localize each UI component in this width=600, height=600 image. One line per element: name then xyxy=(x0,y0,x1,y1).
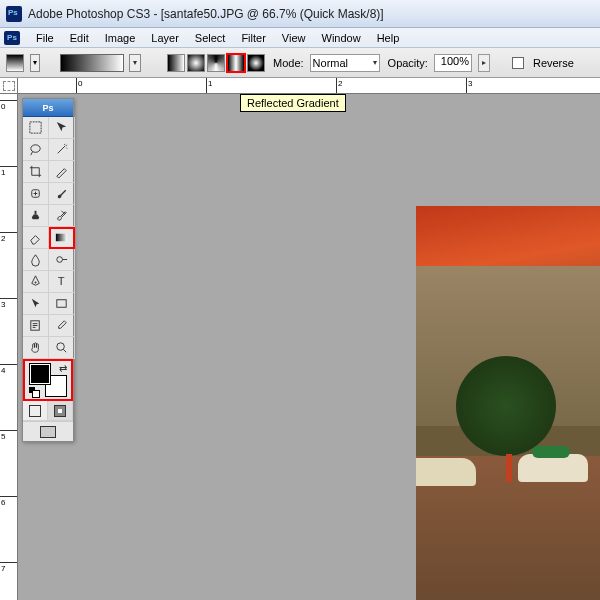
zoom-tool[interactable] xyxy=(49,337,75,359)
toolbox-header[interactable]: Ps xyxy=(23,99,73,117)
crop-tool[interactable] xyxy=(23,161,49,183)
gradient-picker-dropdown[interactable] xyxy=(129,54,141,72)
pen-tool[interactable] xyxy=(23,271,49,293)
path-selection-tool[interactable] xyxy=(23,293,49,315)
svg-rect-0 xyxy=(30,122,41,133)
title-bar: Adobe Photoshop CS3 - [santafe50.JPG @ 6… xyxy=(0,0,600,28)
gradient-preview[interactable] xyxy=(60,54,124,72)
eraser-tool[interactable] xyxy=(23,227,49,249)
foreground-color-swatch[interactable] xyxy=(29,363,51,385)
hand-tool[interactable] xyxy=(23,337,49,359)
screen-mode-button[interactable] xyxy=(23,421,73,441)
svg-point-1 xyxy=(31,145,40,153)
tool-preset-picker[interactable] xyxy=(6,54,24,72)
opacity-input[interactable]: 100% xyxy=(434,54,472,72)
notes-tool[interactable] xyxy=(23,315,49,337)
blur-tool[interactable] xyxy=(23,249,49,271)
blend-mode-select[interactable]: Normal xyxy=(310,54,380,72)
quick-mask-mode-button[interactable] xyxy=(48,401,73,421)
svg-rect-4 xyxy=(56,234,67,242)
toolbox-panel: Ps T ⇄ xyxy=(22,98,74,442)
svg-rect-8 xyxy=(57,300,66,308)
menu-help[interactable]: Help xyxy=(369,32,408,44)
ruler-origin[interactable] xyxy=(0,78,18,94)
menu-file[interactable]: File xyxy=(28,32,62,44)
history-brush-tool[interactable] xyxy=(49,205,75,227)
brush-tool[interactable] xyxy=(49,183,75,205)
horizontal-ruler[interactable]: 0 1 2 3 xyxy=(18,78,600,94)
app-icon xyxy=(6,6,22,22)
svg-point-10 xyxy=(57,343,65,351)
menu-filter[interactable]: Filter xyxy=(233,32,273,44)
menu-layer[interactable]: Layer xyxy=(143,32,187,44)
tool-preset-dropdown[interactable]: ▾ xyxy=(30,54,40,72)
shape-tool[interactable] xyxy=(49,293,75,315)
magic-wand-tool[interactable] xyxy=(49,139,75,161)
linear-gradient-button[interactable] xyxy=(167,54,185,72)
reverse-label: Reverse xyxy=(533,57,574,69)
menu-window[interactable]: Window xyxy=(314,32,369,44)
radial-gradient-button[interactable] xyxy=(187,54,205,72)
ps-logo-icon: Ps xyxy=(4,31,20,45)
menu-select[interactable]: Select xyxy=(187,32,234,44)
svg-point-6 xyxy=(35,282,37,284)
dodge-tool[interactable] xyxy=(49,249,75,271)
clone-stamp-tool[interactable] xyxy=(23,205,49,227)
eyedropper-tool[interactable] xyxy=(49,315,75,337)
options-bar: ▾ Mode: Normal Opacity: 100% Reverse xyxy=(0,48,600,78)
type-tool[interactable]: T xyxy=(49,271,75,293)
gradient-tool[interactable] xyxy=(49,227,75,249)
slice-tool[interactable] xyxy=(49,161,75,183)
reverse-checkbox[interactable] xyxy=(512,57,524,69)
svg-point-5 xyxy=(57,257,63,263)
svg-text:T: T xyxy=(58,275,65,287)
menu-bar: Ps File Edit Image Layer Select Filter V… xyxy=(0,28,600,48)
standard-mode-button[interactable] xyxy=(23,401,48,421)
color-swatch-section: ⇄ xyxy=(23,359,73,401)
reflected-gradient-button[interactable] xyxy=(227,54,245,72)
diamond-gradient-button[interactable] xyxy=(247,54,265,72)
document-image[interactable] xyxy=(416,206,600,600)
mode-label: Mode: xyxy=(273,57,304,69)
angle-gradient-button[interactable] xyxy=(207,54,225,72)
move-tool[interactable] xyxy=(49,117,75,139)
menu-view[interactable]: View xyxy=(274,32,314,44)
default-colors-icon[interactable] xyxy=(29,387,39,397)
marquee-tool[interactable] xyxy=(23,117,49,139)
opacity-flyout[interactable] xyxy=(478,54,490,72)
opacity-label: Opacity: xyxy=(388,57,428,69)
swap-colors-icon[interactable]: ⇄ xyxy=(59,363,67,374)
vertical-ruler[interactable]: 0 1 2 3 4 5 6 7 xyxy=(0,94,18,600)
lasso-tool[interactable] xyxy=(23,139,49,161)
menu-image[interactable]: Image xyxy=(97,32,144,44)
window-title: Adobe Photoshop CS3 - [santafe50.JPG @ 6… xyxy=(28,7,384,21)
svg-rect-3 xyxy=(35,211,37,215)
gradient-type-group xyxy=(167,54,265,72)
healing-brush-tool[interactable] xyxy=(23,183,49,205)
tooltip: Reflected Gradient xyxy=(240,94,346,112)
menu-edit[interactable]: Edit xyxy=(62,32,97,44)
